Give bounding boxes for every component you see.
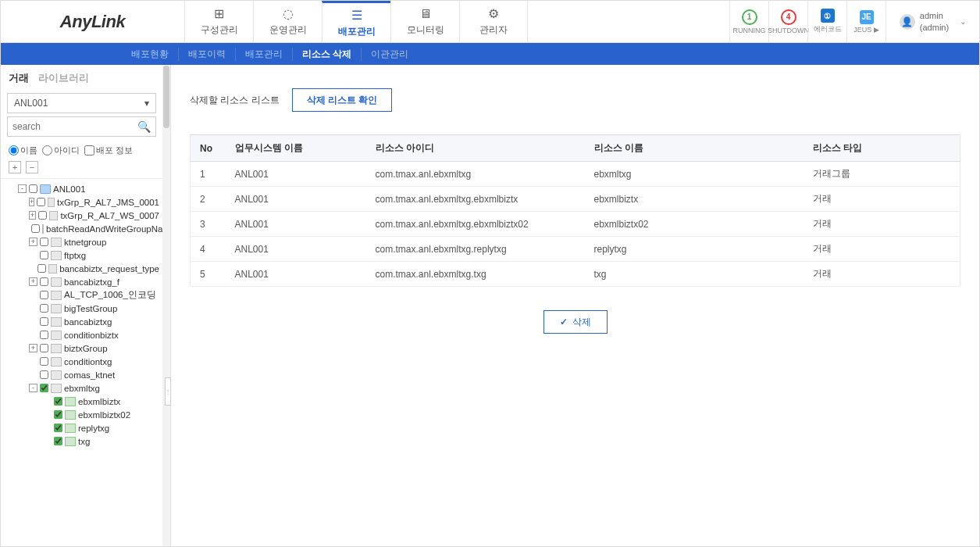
- group-icon: [51, 251, 62, 260]
- system-select[interactable]: ANL001 ▾: [7, 93, 156, 113]
- filter-row: 이름 아이디 배포 정보 + −: [1, 140, 162, 179]
- tree-group[interactable]: bigTestGroup: [7, 302, 159, 315]
- table-row[interactable]: 3ANL001com.tmax.anl.ebxmltxg.ebxmlbiztx0…: [191, 212, 960, 237]
- status-shutdown[interactable]: 4 SHUTDOWN: [768, 1, 807, 42]
- user-menu[interactable]: 👤 admin (admin) ⌄: [886, 1, 979, 42]
- item-icon: [65, 437, 76, 446]
- tree-checkbox[interactable]: [31, 224, 40, 233]
- tree-checkbox[interactable]: [54, 424, 62, 432]
- tree-toggle-icon[interactable]: +: [29, 198, 34, 206]
- tree-toggle-icon[interactable]: +: [29, 277, 37, 286]
- tree-checkbox[interactable]: [37, 264, 46, 273]
- tree-group[interactable]: +bancabiztxg_f: [7, 275, 159, 288]
- tree-toggle-icon[interactable]: -: [29, 384, 37, 392]
- tree-checkbox[interactable]: [54, 397, 62, 406]
- status-running[interactable]: 1 RUNNING: [729, 1, 768, 42]
- cell-rtype: 거래그룹: [804, 162, 960, 187]
- folder-icon: [40, 184, 51, 194]
- search-icon[interactable]: 🔍: [137, 120, 151, 133]
- tree-group[interactable]: conditiontxg: [7, 355, 159, 368]
- subnav-resource-delete[interactable]: 리소스 삭제: [293, 48, 362, 61]
- cell-rname: txg: [585, 262, 804, 287]
- delete-button[interactable]: ✓ 삭제: [543, 310, 608, 334]
- tree-toggle-icon[interactable]: +: [29, 344, 37, 352]
- search-box[interactable]: 🔍: [7, 116, 156, 137]
- sidebar-resize-handle[interactable]: ⋮: [165, 377, 171, 406]
- tree-group[interactable]: +biztxGroup: [7, 341, 159, 355]
- filter-id-radio[interactable]: 아이디: [42, 145, 80, 156]
- tree-item[interactable]: ebxmlbiztx02: [7, 408, 159, 421]
- tree-toggle-icon[interactable]: +: [29, 211, 36, 220]
- tree-checkbox[interactable]: [54, 410, 62, 419]
- table-row[interactable]: 4ANL001com.tmax.anl.ebxmltxg.replytxgrep…: [191, 237, 960, 262]
- nav-tab-config[interactable]: ⊞ 구성관리: [184, 1, 253, 42]
- tree-checkbox[interactable]: [40, 370, 48, 379]
- search-input[interactable]: [12, 121, 137, 132]
- tree-group[interactable]: AL_TCP_1006_인코딩: [7, 288, 159, 302]
- tree-checkbox[interactable]: [40, 384, 48, 392]
- main-content: 삭제할 리소스 리스트 삭제 리스트 확인 No 업무시스템 이름 리소스 아이…: [171, 65, 979, 546]
- check-delete-list-button[interactable]: 삭제 리스트 확인: [292, 88, 393, 112]
- tree-checkbox[interactable]: [40, 251, 48, 259]
- filter-deployinfo-check[interactable]: 배포 정보: [84, 145, 133, 156]
- tree-toggle-icon: [43, 397, 52, 406]
- tree-checkbox[interactable]: [40, 304, 48, 313]
- tree-label: biztxGroup: [64, 344, 108, 353]
- tree-group[interactable]: conditionbiztx: [7, 328, 159, 341]
- tree-toggle-icon: [43, 437, 52, 445]
- tree-checkbox[interactable]: [40, 357, 48, 366]
- tree-checkbox[interactable]: [54, 437, 62, 445]
- tree-group[interactable]: -ANL001: [7, 182, 159, 195]
- subnav-deploy-history[interactable]: 배포이력: [179, 48, 236, 61]
- nav-label: 모니터링: [407, 23, 444, 37]
- tree-toggle-icon[interactable]: -: [18, 184, 27, 193]
- tree-toggle-icon[interactable]: +: [29, 238, 37, 246]
- tree-group[interactable]: bancabiztx_request_type: [7, 262, 159, 275]
- tree-group[interactable]: batchReadAndWriteGroupNa: [7, 222, 159, 235]
- filter-name-radio[interactable]: 이름: [9, 145, 37, 156]
- subnav-migration[interactable]: 이관관리: [362, 48, 418, 61]
- tree-item[interactable]: ebxmlbiztx: [7, 395, 159, 408]
- side-tab-transaction[interactable]: 거래: [9, 71, 29, 87]
- nav-tab-ops[interactable]: ◌ 운영관리: [253, 1, 322, 42]
- sidebar-scrollbar[interactable]: [162, 65, 170, 546]
- chevron-down-icon: ⌄: [960, 17, 966, 26]
- nav-label: 구성관리: [201, 23, 238, 37]
- status-jeus[interactable]: JE JEUS ▶: [846, 1, 886, 42]
- tree-checkbox[interactable]: [40, 238, 48, 246]
- collapse-all-button[interactable]: −: [26, 161, 38, 173]
- group-icon: [49, 211, 58, 220]
- tree-group[interactable]: +txGrp_R_AL7_WS_0007: [7, 209, 159, 222]
- cell-sys: ANL001: [226, 237, 366, 262]
- nav-tab-admin[interactable]: ⚙ 관리자: [459, 1, 528, 42]
- tree-label: ftptxg: [64, 251, 86, 260]
- tree-group[interactable]: ftptxg: [7, 248, 159, 262]
- tree-group[interactable]: bancabiztxg: [7, 315, 159, 328]
- nav-tab-monitor[interactable]: 🖥 모니터링: [390, 1, 459, 42]
- tree-checkbox[interactable]: [29, 184, 37, 193]
- user-id: (admin): [920, 22, 949, 33]
- subnav-deploy-manage[interactable]: 배포관리: [236, 48, 293, 61]
- tree-checkbox[interactable]: [37, 198, 45, 206]
- table-row[interactable]: 2ANL001com.tmax.anl.ebxmltxg.ebxmlbiztxe…: [191, 187, 960, 212]
- tree-item[interactable]: txg: [7, 434, 159, 448]
- expand-all-button[interactable]: +: [9, 161, 21, 173]
- tree-group[interactable]: comas_ktnet: [7, 368, 159, 381]
- tree-checkbox[interactable]: [38, 211, 47, 220]
- tree-checkbox[interactable]: [40, 331, 48, 339]
- tree-checkbox[interactable]: [40, 291, 48, 299]
- subnav-deploy-status[interactable]: 배포현황: [122, 48, 179, 61]
- side-tab-library[interactable]: 라이브러리: [38, 71, 89, 87]
- tree-checkbox[interactable]: [40, 277, 48, 286]
- tree-group[interactable]: -ebxmltxg: [7, 381, 159, 395]
- tree-checkbox[interactable]: [40, 317, 48, 326]
- tree-item[interactable]: replytxg: [7, 421, 159, 434]
- table-row[interactable]: 5ANL001com.tmax.anl.ebxmltxg.txgtxg거래: [191, 262, 960, 287]
- nav-tab-deploy[interactable]: ☰ 배포관리: [322, 1, 390, 42]
- monitor-icon: 🖥: [419, 7, 432, 21]
- table-row[interactable]: 1ANL001com.tmax.anl.ebxmltxgebxmltxg거래그룹: [191, 162, 960, 187]
- tree-checkbox[interactable]: [40, 344, 48, 352]
- tree-group[interactable]: +ktnetgroup: [7, 235, 159, 248]
- status-errorcode[interactable]: ① 에러코드: [807, 1, 846, 42]
- tree-group[interactable]: +txGrp_R_AL7_JMS_0001: [7, 195, 159, 209]
